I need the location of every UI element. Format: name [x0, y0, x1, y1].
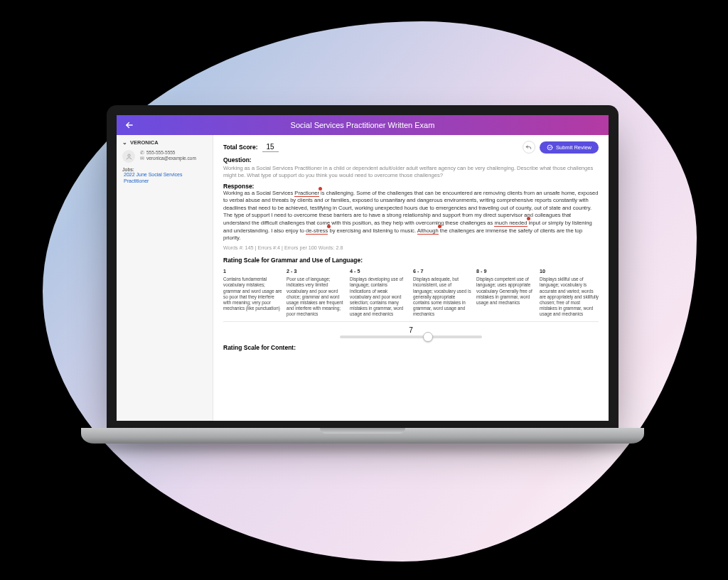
rating-col: 4 - 5Displays developing use of language…: [350, 268, 409, 318]
total-score-value[interactable]: 15: [262, 143, 279, 152]
main-panel: Total Score: 15 Submit Review: [213, 135, 609, 421]
laptop-base: [81, 428, 644, 444]
submit-label: Submit Review: [556, 144, 592, 151]
grammar-slider[interactable]: 7: [223, 326, 599, 338]
svg-point-0: [127, 154, 129, 156]
chevron-down-icon: ⌄: [122, 139, 127, 146]
phone: 555-555-5555: [146, 150, 175, 156]
phone-icon: ✆: [139, 151, 144, 156]
error-highlight[interactable]: much needed: [494, 220, 527, 227]
check-circle-icon: [547, 144, 553, 151]
rating-col: 8 - 9Displays competent use of language;…: [476, 268, 535, 318]
rating-grammar-grid: 1Contains fundamental vocabulary mistake…: [223, 268, 599, 323]
error-highlight[interactable]: Practioner: [294, 190, 319, 197]
response-label: Response:: [223, 183, 599, 190]
response-stats: Words #: 145 | Errors #:4 | Errors per 1…: [223, 245, 599, 251]
laptop-mock: Social Services Practitioner Written Exa…: [107, 105, 619, 444]
error-highlight[interactable]: de-stress: [306, 227, 328, 235]
total-score-label: Total Score:: [223, 144, 258, 151]
screen-bezel: Social Services Practitioner Written Exa…: [107, 105, 619, 428]
rating-content-heading: Rating Scale for Content:: [223, 344, 599, 351]
arrow-left-icon: [124, 120, 134, 130]
jobs-label: Jobs:: [122, 167, 134, 172]
job-link[interactable]: 2022 June Social Services Practitioner: [124, 172, 207, 185]
page-title: Social Services Practitioner Written Exa…: [291, 121, 435, 129]
rating-col: 6 - 7Displays adequate, but inconsistent…: [413, 268, 472, 318]
avatar: [122, 150, 135, 163]
email: veronica@example.com: [146, 156, 196, 161]
error-highlight[interactable]: Although: [417, 227, 439, 235]
person-icon: [125, 153, 133, 161]
candidate-name: VERONICA: [130, 139, 159, 146]
contact-block: ✆555-555-5555 ✉veronica@example.com: [139, 150, 196, 162]
slider-value: 7: [223, 326, 599, 334]
rating-grammar-heading: Rating Scale for Grammar and Use of Lang…: [223, 257, 599, 264]
titlebar: Social Services Practitioner Written Exa…: [117, 115, 609, 135]
mail-icon: ✉: [139, 156, 144, 161]
slider-track[interactable]: [340, 335, 482, 338]
app-screen: Social Services Practitioner Written Exa…: [117, 115, 609, 421]
question-label: Question:: [223, 156, 599, 163]
rating-col: 10Displays skillful use of language; voc…: [540, 268, 599, 318]
rating-col: 2 - 3Poor use of language; indicates ver…: [287, 268, 346, 318]
candidate-toggle[interactable]: ⌄ VERONICA: [122, 139, 207, 146]
undo-button[interactable]: [523, 141, 535, 154]
undo-icon: [525, 144, 532, 151]
back-button[interactable]: [124, 119, 135, 131]
question-text: Working as a Social Services Practitione…: [223, 165, 599, 180]
rating-col: 1Contains fundamental vocabulary mistake…: [223, 268, 282, 318]
response-text: Working as a Social Services Practioner …: [223, 190, 599, 242]
sidebar: ⌄ VERONICA ✆555-555-5555 ✉veronica@examp…: [117, 135, 213, 421]
submit-review-button[interactable]: Submit Review: [540, 141, 599, 154]
